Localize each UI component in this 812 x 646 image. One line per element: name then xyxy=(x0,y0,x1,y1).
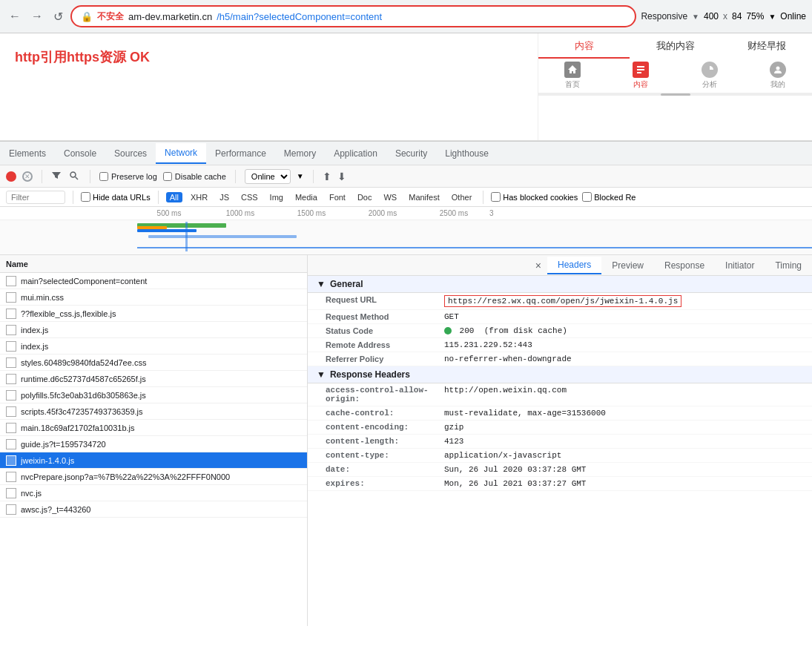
filter-js-btn[interactable]: JS xyxy=(216,192,233,202)
viewport-height: 84 xyxy=(732,11,742,22)
file-item-nvc[interactable]: nvc.js xyxy=(0,485,307,501)
dropdown-icon[interactable]: ▼ xyxy=(692,13,699,21)
has-blocked-cookies-input[interactable] xyxy=(491,192,501,202)
preserve-log-input[interactable] xyxy=(99,172,108,181)
page-preview: http引用https资源 OK 内容 我的内容 财经早报 首页 xyxy=(0,33,812,141)
detail-tab-initiator[interactable]: Initiator xyxy=(715,257,765,274)
tab-elements[interactable]: Elements xyxy=(0,144,55,163)
tab-lighthouse[interactable]: Lighthouse xyxy=(436,144,498,163)
filter-all-btn[interactable]: All xyxy=(166,192,182,202)
tab-security[interactable]: Security xyxy=(386,144,436,163)
hide-data-urls-checkbox[interactable]: Hide data URLs xyxy=(81,192,151,202)
filter-manifest-btn[interactable]: Manifest xyxy=(405,192,443,202)
filter-input[interactable] xyxy=(6,191,65,204)
filter-doc-btn[interactable]: Doc xyxy=(354,192,376,202)
preserve-log-checkbox[interactable]: Preserve log xyxy=(99,172,157,181)
timeline-label-1000: 1000 ms xyxy=(205,209,276,217)
waterfall-bar-long xyxy=(148,235,297,238)
tab-sources[interactable]: Sources xyxy=(105,144,156,163)
file-item-awsc[interactable]: awsc.js?_t=443260 xyxy=(0,501,307,518)
has-blocked-cookies-label: Has blocked cookies xyxy=(503,193,578,202)
filter-other-btn[interactable]: Other xyxy=(448,192,476,202)
page-nav-right: 内容 我的内容 财经早报 首页 内容 xyxy=(538,33,812,140)
back-button[interactable]: ← xyxy=(6,7,24,26)
file-item-mui[interactable]: mui.min.css xyxy=(0,289,307,306)
record-button[interactable] xyxy=(6,171,16,182)
blocked-re-input[interactable] xyxy=(582,192,592,202)
nav-tab-content[interactable]: 内容 xyxy=(538,39,630,59)
file-icon xyxy=(6,357,16,368)
network-throttle-select[interactable]: Online xyxy=(245,169,291,184)
request-method-value: GET xyxy=(444,312,459,321)
nav-tab-my-content[interactable]: 我的内容 xyxy=(630,39,721,59)
filter-media-btn[interactable]: Media xyxy=(291,192,321,202)
tab-performance[interactable]: Performance xyxy=(206,144,275,163)
hide-data-urls-input[interactable] xyxy=(81,192,90,202)
file-item-styles[interactable]: styles.60489c9840fda524d7ee.css xyxy=(0,355,307,371)
nav-icon-mine[interactable]: 我的 xyxy=(744,62,812,90)
zoom-dropdown-icon[interactable]: ▼ xyxy=(768,13,776,21)
throttle-dropdown-icon[interactable]: ▼ xyxy=(297,172,304,180)
page-nav-tabs: 内容 我的内容 财经早报 xyxy=(538,33,812,59)
nav-icon-home[interactable]: 首页 xyxy=(538,62,607,90)
file-item-index2[interactable]: index.js xyxy=(0,338,307,355)
tab-application[interactable]: Application xyxy=(325,144,386,163)
has-blocked-cookies-checkbox[interactable]: Has blocked cookies xyxy=(491,192,578,202)
filter-ws-btn[interactable]: WS xyxy=(380,192,400,202)
forward-button[interactable]: → xyxy=(28,7,46,26)
blocked-re-checkbox[interactable]: Blocked Re xyxy=(582,192,636,202)
detail-tab-preview[interactable]: Preview xyxy=(601,257,654,274)
date-label: date: xyxy=(326,465,444,474)
search-icon[interactable] xyxy=(69,171,81,182)
analysis-label: 分析 xyxy=(702,79,717,90)
file-item-index1[interactable]: index.js xyxy=(0,322,307,338)
file-item-main-js[interactable]: main.18c69af21702fa10031b.js xyxy=(0,420,307,436)
tab-memory[interactable]: Memory xyxy=(275,144,325,163)
file-item-nvcprepare[interactable]: nvcPrepare.jsonp?a=%7B%22a%22%3A%22FFFF0… xyxy=(0,469,307,485)
nav-icon-analysis[interactable]: 分析 xyxy=(676,62,744,90)
file-icon xyxy=(6,292,16,303)
file-item-main[interactable]: main?selectedComponent=content xyxy=(0,273,307,289)
clear-button[interactable]: ✕ xyxy=(22,171,33,182)
detail-tab-headers[interactable]: Headers xyxy=(547,257,601,274)
tab-console[interactable]: Console xyxy=(55,144,105,163)
file-item-guide[interactable]: guide.js?t=1595734720 xyxy=(0,436,307,452)
disable-cache-input[interactable] xyxy=(163,172,172,181)
detail-tab-response[interactable]: Response xyxy=(654,257,715,274)
file-item-scripts[interactable]: scripts.45f3c472357493736359.js xyxy=(0,403,307,420)
file-item-flexible[interactable]: ??flexible_css.js,flexible.js xyxy=(0,306,307,322)
filter-font-btn[interactable]: Font xyxy=(326,192,349,202)
tab-network[interactable]: Network xyxy=(156,143,206,164)
refresh-button[interactable]: ↺ xyxy=(50,7,66,27)
detail-tab-timing[interactable]: Timing xyxy=(765,257,812,274)
response-headers-section-header[interactable]: ▼ Response Headers xyxy=(308,366,812,383)
disable-cache-checkbox[interactable]: Disable cache xyxy=(163,172,226,181)
browser-chrome: ← → ↺ 🔒 不安全 am-dev.marketin.cn /h5/main?… xyxy=(0,0,812,33)
svg-point-3 xyxy=(776,67,779,70)
details-tabs: × Headers Preview Response Initiator Tim… xyxy=(308,255,812,276)
filter-css-btn[interactable]: CSS xyxy=(237,192,262,202)
filter-xhr-btn[interactable]: XHR xyxy=(187,192,211,202)
file-item-polyfills[interactable]: polyfills.5fc3e0ab31d6b305863e.js xyxy=(0,387,307,403)
request-url-value: https://res2.wx.qq.com/open/js/jweixin-1… xyxy=(444,295,681,307)
details-close-btn[interactable]: × xyxy=(529,260,547,271)
file-item-jweixin[interactable]: jweixin-1.4.0.js xyxy=(0,452,307,469)
upload-icon[interactable]: ⬆ xyxy=(323,171,331,182)
nav-icon-content[interactable]: 内容 xyxy=(607,62,675,90)
devtools-panel: Elements Console Sources Network Perform… xyxy=(0,141,812,626)
filter-icon[interactable] xyxy=(51,171,63,182)
file-icon xyxy=(6,455,16,466)
file-icon xyxy=(6,276,16,286)
file-name: runtime.d6c52737d4587c65265f.js xyxy=(21,375,301,383)
general-section-header[interactable]: ▼ General xyxy=(308,276,812,293)
file-item-runtime[interactable]: runtime.d6c52737d4587c65265f.js xyxy=(0,371,307,387)
download-icon[interactable]: ⬇ xyxy=(337,171,346,182)
file-icon xyxy=(6,390,16,401)
address-bar[interactable]: 🔒 不安全 am-dev.marketin.cn /h5/main?select… xyxy=(70,5,636,27)
nav-tab-finance[interactable]: 财经早报 xyxy=(721,39,812,59)
timeline-label-3: 3 xyxy=(489,209,519,217)
response-arrow-icon: ▼ xyxy=(317,369,326,380)
referrer-policy-label: Referrer Policy xyxy=(326,355,444,363)
separator3 xyxy=(235,170,236,183)
filter-img-btn[interactable]: Img xyxy=(266,192,287,202)
